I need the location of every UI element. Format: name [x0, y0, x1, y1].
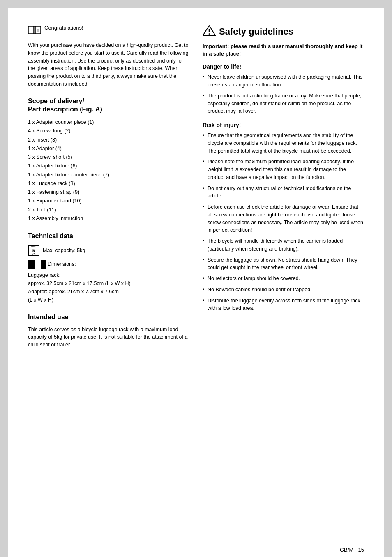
svg-point-5 [38, 29, 39, 30]
list-item: 1 x Adapter (4) [28, 144, 189, 153]
svg-rect-0 [28, 26, 34, 34]
content-wrapper: Congratulations! With your purchase you … [28, 25, 364, 358]
list-item: 1 x Adapter fixture (6) [28, 162, 189, 170]
list-item: No reflectors or lamp should be covered. [203, 275, 364, 283]
danger-bullets: Never leave children unsupervised with t… [203, 73, 364, 115]
svg-rect-22 [44, 260, 45, 269]
intended-use-text: This article serves as a bicycle luggage… [28, 326, 189, 349]
parts-list: 1 x Adapter counter piece (1)4 x Screw, … [28, 118, 189, 223]
safety-title: Safety guidelines [203, 25, 364, 39]
svg-rect-8 [29, 260, 30, 269]
svg-point-26 [209, 33, 210, 35]
svg-rect-21 [43, 260, 44, 269]
dimensions-text: Luggage rack: approx. 32.5cm x 21cm x 17… [28, 271, 189, 304]
list-item: Ensure that the geometrical requirements… [203, 132, 364, 155]
list-item: Secure the luggage as shown. No straps s… [203, 256, 364, 272]
max-capacity-label: Max. capacity: 5kg [43, 248, 85, 253]
intended-use-section: Intended use This article serves as a bi… [28, 313, 189, 349]
dimensions-row: Dimensions: [28, 260, 189, 269]
svg-rect-20 [42, 260, 43, 269]
svg-rect-13 [34, 260, 35, 269]
svg-rect-15 [37, 260, 37, 269]
list-item: 1 x Adapter counter piece (1) [28, 118, 189, 127]
max-badge-icon: max. 5 KG [28, 245, 39, 256]
injury-title: Risk of injury! [203, 122, 364, 128]
svg-rect-11 [32, 260, 33, 269]
dimensions-label: Dimensions: [48, 261, 76, 267]
svg-rect-17 [39, 260, 39, 269]
svg-rect-16 [38, 260, 38, 269]
svg-rect-19 [41, 260, 42, 269]
list-item: 1 x Adapter fixture counter piece (7) [28, 171, 189, 179]
svg-rect-7 [28, 260, 29, 269]
injury-bullets: Ensure that the geometrical requirements… [203, 132, 364, 312]
list-item: 1 x Expander band (10) [28, 197, 189, 205]
svg-rect-23 [45, 260, 46, 269]
list-item: Before each use check the article for da… [203, 203, 364, 234]
page-footer: GB/MT 15 [340, 547, 364, 553]
warning-triangle-icon [203, 25, 216, 39]
list-item: 2 x Tool (11) [28, 206, 189, 214]
intro-text: With your purchase you have decided on a… [28, 42, 189, 88]
list-item: The bicycle will handle differently when… [203, 237, 364, 253]
scope-title: Scope of delivery/Part description (Fig.… [28, 97, 189, 114]
svg-rect-9 [30, 260, 31, 269]
list-item: 1 x Assembly instruction [28, 214, 189, 223]
intended-use-title: Intended use [28, 313, 189, 322]
list-item: No Bowden cables should be bent or trapp… [203, 286, 364, 294]
list-item: 1 x Fastening strap (9) [28, 188, 189, 197]
barcode-icon [28, 260, 44, 269]
footer-text: GB/MT 15 [340, 547, 364, 553]
list-item: Distribute the luggage evenly across bot… [203, 297, 364, 313]
scope-section: Scope of delivery/Part description (Fig.… [28, 97, 189, 223]
list-item: 2 x Insert (3) [28, 136, 189, 144]
svg-rect-12 [33, 260, 34, 269]
max-capacity-row: max. 5 KG Max. capacity: 5kg [28, 245, 189, 256]
left-column: Congratulations! With your purchase you … [28, 25, 189, 358]
important-note: Important: please read this user manual … [203, 43, 364, 58]
list-item: Do not carry out any structural or techn… [203, 185, 364, 200]
congratulations-label: Congratulations! [44, 25, 83, 31]
list-item: 4 x Screw, long (2) [28, 127, 189, 135]
list-item: The product is not a climbing frame or a… [203, 92, 364, 115]
list-item: 3 x Screw, short (5) [28, 153, 189, 162]
svg-rect-18 [40, 260, 40, 269]
congratulations-block: Congratulations! [28, 25, 189, 38]
right-column: Safety guidelines Important: please read… [203, 25, 364, 358]
list-item: Please note the maximum permitted load-b… [203, 158, 364, 181]
svg-rect-14 [36, 260, 36, 269]
list-item: Never leave children unsupervised with t… [203, 73, 364, 89]
technical-data-title: Technical data [28, 232, 189, 241]
svg-rect-10 [31, 260, 32, 269]
technical-data-section: Technical data max. 5 KG Max. capacity: … [28, 232, 189, 304]
danger-title: Danger to life! [203, 63, 364, 70]
book-icon [28, 25, 41, 38]
list-item: 1 x Luggage rack (8) [28, 179, 189, 188]
page: Congratulations! With your purchase you … [8, 8, 384, 557]
